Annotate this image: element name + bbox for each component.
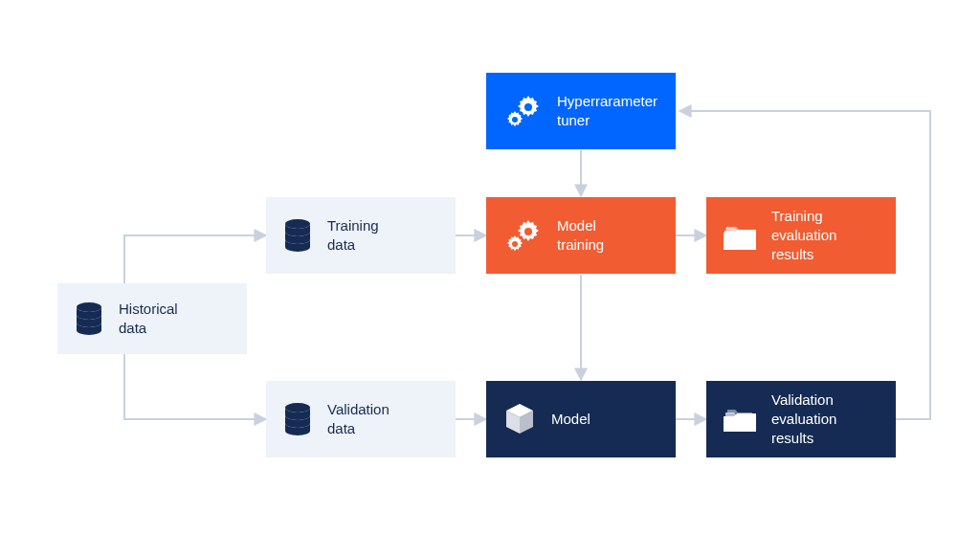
svg-point-5	[524, 228, 532, 235]
cube-icon	[503, 402, 536, 436]
svg-point-4	[512, 117, 518, 123]
database-icon	[75, 302, 103, 335]
node-label: Validationevaluationresults	[771, 390, 836, 449]
node-hyper-tuner: Hyperrarametertuner	[486, 73, 676, 149]
node-label: Model	[551, 410, 590, 429]
node-label: Trainingdata	[327, 216, 379, 256]
database-icon	[283, 219, 312, 252]
node-model-training: Modeltraining	[486, 197, 676, 274]
gears-icon	[503, 92, 542, 130]
folder-icon	[724, 221, 756, 250]
svg-point-2	[285, 403, 310, 412]
database-icon	[283, 403, 312, 435]
folder-icon	[724, 405, 756, 434]
node-validation-data: Validationdata	[266, 381, 456, 457]
node-training-data: Trainingdata	[266, 197, 456, 274]
node-historical-data: Historicaldata	[57, 283, 247, 354]
svg-point-3	[524, 103, 532, 111]
node-model: Model	[486, 381, 676, 457]
edge-historical-training	[124, 235, 266, 283]
svg-point-6	[512, 241, 518, 247]
svg-point-0	[77, 302, 101, 312]
diagram-canvas: Historicaldata Trainingdata	[0, 0, 980, 535]
node-training-results: Trainingevaluationresults	[706, 197, 896, 274]
svg-point-1	[285, 219, 310, 229]
node-label: Historicaldata	[119, 300, 178, 339]
node-validation-results: Validationevaluationresults	[706, 381, 896, 457]
node-label: Validationdata	[327, 400, 390, 439]
node-label: Trainingevaluationresults	[771, 207, 836, 265]
edge-historical-validation	[124, 354, 266, 419]
node-label: Hyperrarametertuner	[557, 92, 657, 131]
node-label: Modeltraining	[557, 216, 604, 256]
gears-icon	[503, 216, 542, 255]
